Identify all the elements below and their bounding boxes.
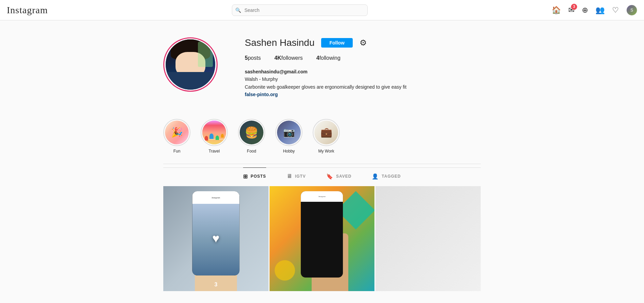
- story-hobby[interactable]: 📷 Hobby: [275, 119, 302, 154]
- bio-link[interactable]: false-pinto.org: [245, 91, 481, 98]
- story-fun[interactable]: 🎉 Fun: [163, 119, 190, 154]
- story-hobby-label: Hobby: [283, 149, 295, 154]
- post-like-count: 3: [214, 282, 217, 288]
- profile-avatar-wrapper: [163, 37, 218, 92]
- following-label: following: [319, 55, 341, 61]
- main-content: Sashen Hasindu Follow ⚙ 5posts 4Kfollowe…: [163, 0, 481, 291]
- igtv-tab-icon: 🖥: [287, 173, 292, 179]
- post-item[interactable]: [375, 186, 481, 291]
- profile-bio: sashenhasindu@gmail.com Walsh - Murphy C…: [245, 68, 481, 99]
- tab-posts[interactable]: ⊞ POSTS: [243, 167, 266, 185]
- nav-icons: 🏠 ✉ 3 ⊕ 👥 ♡ S: [552, 5, 637, 16]
- messages-icon[interactable]: ✉ 3: [568, 6, 574, 15]
- add-post-icon[interactable]: ⊕: [582, 6, 588, 15]
- saved-tab-label: SAVED: [336, 174, 351, 179]
- profile-username: Sashen Hasindu: [245, 37, 314, 48]
- post-item[interactable]: Instagram 👤: [270, 186, 375, 291]
- followers-stat: 4Kfollowers: [274, 55, 303, 61]
- search-input[interactable]: [232, 4, 368, 16]
- bio-email: sashenhasindu@gmail.com: [245, 68, 481, 75]
- posts-stat: 5posts: [245, 55, 261, 61]
- posts-tab-label: POSTS: [251, 174, 266, 179]
- story-travel-label: Travel: [209, 149, 220, 154]
- followers-label: followers: [281, 55, 303, 61]
- profile-tabs: ⊞ POSTS 🖥 IGTV 🔖 SAVED 👤 TAGGED: [163, 167, 481, 185]
- post-item[interactable]: Instagram ♥ 3: [163, 186, 269, 291]
- posts-grid: Instagram ♥ 3 Instagram: [163, 186, 481, 291]
- following-stat: 4following: [316, 55, 341, 61]
- tab-saved[interactable]: 🔖 SAVED: [326, 167, 351, 185]
- story-fun-label: Fun: [173, 149, 181, 154]
- followers-count: 4K: [274, 55, 281, 61]
- story-travel[interactable]: Travel: [201, 119, 228, 154]
- story-food-label: Food: [247, 149, 256, 154]
- search-container: 🔍: [232, 4, 368, 16]
- app-header: Instagram 🔍 🏠 ✉ 3 ⊕ 👥 ♡ S: [0, 0, 644, 20]
- tab-igtv[interactable]: 🖥 IGTV: [287, 167, 306, 185]
- saved-tab-icon: 🔖: [326, 173, 333, 180]
- stories-section: 🎉 Fun Travel: [163, 112, 481, 164]
- bio-company: Walsh - Murphy: [245, 75, 481, 83]
- story-mywork-label: My Work: [318, 149, 334, 154]
- bio-description: Carbonite web goalkeeper gloves are ergo…: [245, 83, 481, 91]
- posts-label: posts: [248, 55, 261, 61]
- app-logo: Instagram: [7, 5, 48, 16]
- follow-button[interactable]: Follow: [321, 38, 352, 48]
- settings-icon[interactable]: ⚙: [360, 38, 367, 48]
- profile-section: Sashen Hasindu Follow ⚙ 5posts 4Kfollowe…: [163, 27, 481, 112]
- posts-tab-icon: ⊞: [243, 173, 248, 180]
- tagged-tab-label: TAGGED: [382, 174, 401, 179]
- profile-stats: 5posts 4Kfollowers 4following: [245, 55, 481, 61]
- notification-badge: 3: [571, 4, 577, 10]
- tab-tagged[interactable]: 👤 TAGGED: [372, 167, 401, 185]
- profile-avatar-circle: [163, 37, 218, 92]
- story-food[interactable]: 🍔 Food: [238, 119, 265, 154]
- likes-icon[interactable]: ♡: [612, 6, 619, 15]
- tagged-tab-icon: 👤: [372, 173, 379, 180]
- profile-name-row: Sashen Hasindu Follow ⚙: [245, 37, 481, 48]
- igtv-tab-label: IGTV: [295, 174, 306, 179]
- search-icon: 🔍: [235, 7, 241, 13]
- posts-count: 5: [245, 55, 248, 61]
- story-mywork[interactable]: 💼 My Work: [313, 119, 340, 154]
- home-icon[interactable]: 🏠: [552, 6, 561, 15]
- profile-avatar: [166, 39, 215, 90]
- profile-info: Sashen Hasindu Follow ⚙ 5posts 4Kfollowe…: [245, 37, 481, 99]
- nav-avatar[interactable]: S: [626, 5, 637, 16]
- following-count: 4: [316, 55, 319, 61]
- people-icon[interactable]: 👥: [595, 6, 605, 15]
